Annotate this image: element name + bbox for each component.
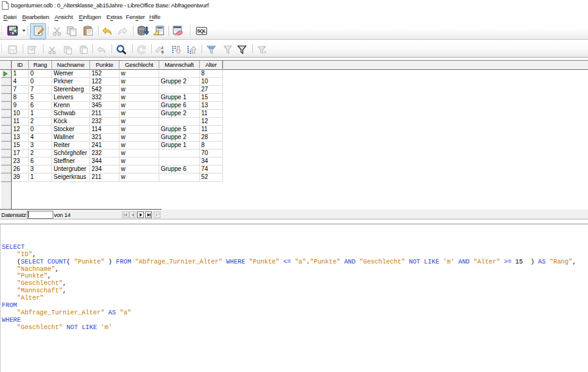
- svg-text:z: z: [162, 45, 164, 50]
- svg-text:a: a: [162, 50, 164, 54]
